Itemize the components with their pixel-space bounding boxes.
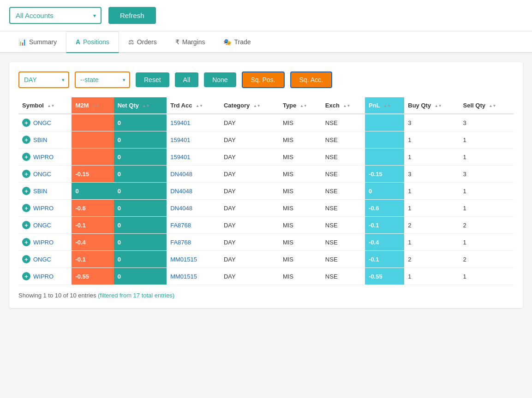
tab-summary[interactable]: 📊 Summary (9, 31, 66, 53)
plus-icon[interactable]: + (22, 170, 30, 178)
tab-trade-label: Trade (234, 38, 251, 46)
cell-sellqty: 1 (460, 131, 514, 149)
cell-exch: NSE (322, 183, 365, 200)
col-sellqty: Sell Qty ▲▼ (460, 97, 514, 114)
cell-symbol: +ONGC (18, 251, 72, 268)
plus-icon[interactable]: + (22, 221, 30, 229)
cell-symbol: +ONGC (18, 217, 72, 234)
cell-symbol: +ONGC (18, 114, 72, 131)
controls-bar: DAY ▾ DAY --state ▾ --state Reset All No… (18, 71, 514, 88)
tabs-bar: 📊 Summary A Positions ⚖ Orders ₹ Margins… (0, 31, 532, 53)
cell-buyqty: 3 (404, 114, 459, 131)
none-button[interactable]: None (204, 72, 236, 87)
table-row: +ONGC0159401DAYMISNSE33 (18, 114, 514, 131)
sort-icon-type[interactable]: ▲▼ (300, 104, 307, 108)
sort-icon-exch[interactable]: ▲▼ (343, 104, 351, 108)
symbol-text[interactable]: SBIN (33, 137, 47, 143)
cell-m2m: 0 (72, 183, 114, 200)
sort-icon-buyqty[interactable]: ▲▼ (435, 104, 442, 108)
cell-netqty: 0 (114, 268, 167, 285)
col-category: Category ▲▼ (220, 97, 279, 114)
cell-type: MIS (279, 131, 322, 149)
plus-icon[interactable]: + (22, 187, 30, 195)
cell-type: MIS (279, 114, 322, 131)
sort-icon-trdacc[interactable]: ▲▼ (196, 104, 203, 108)
cell-exch: NSE (322, 234, 365, 251)
cell-symbol: +SBIN (18, 131, 72, 149)
plus-icon[interactable]: + (22, 272, 30, 280)
tab-positions[interactable]: A Positions (66, 31, 119, 53)
reset-button[interactable]: Reset (136, 72, 169, 87)
cell-netqty: 0 (114, 114, 167, 131)
symbol-text[interactable]: ONGC (33, 171, 51, 178)
sort-icon-m2m[interactable]: ▲▼ (92, 104, 100, 108)
plus-icon[interactable]: + (22, 255, 30, 263)
cell-buyqty: 3 (404, 166, 459, 183)
col-netqty: Net Qty ▲▼ (114, 97, 167, 114)
account-select-wrapper[interactable]: All Accounts ▾ All Accounts (9, 7, 102, 24)
plus-icon[interactable]: + (22, 204, 30, 212)
symbol-text[interactable]: WIPRO (33, 239, 54, 246)
cell-category: DAY (220, 166, 279, 183)
cell-netqty: 0 (114, 217, 167, 234)
cell-buyqty: 1 (404, 234, 459, 251)
positions-table: Symbol ▲▼ M2M ▲▼ Net Qty ▲▼ Trd Acc ▲▼ C (18, 97, 514, 285)
state-select-wrapper[interactable]: --state ▾ --state (75, 71, 130, 88)
symbol-text[interactable]: ONGC (33, 119, 51, 126)
sort-icon-sellqty[interactable]: ▲▼ (489, 104, 496, 108)
sq-pos-button[interactable]: Sq. Pos. (242, 71, 285, 88)
plus-icon[interactable]: + (22, 153, 30, 161)
col-exch: Exch ▲▼ (322, 97, 365, 114)
cell-symbol: +WIPRO (18, 200, 72, 217)
cell-netqty: 0 (114, 166, 167, 183)
cell-m2m (72, 114, 114, 131)
symbol-text[interactable]: ONGC (33, 256, 51, 263)
symbol-text[interactable]: ONGC (33, 222, 51, 229)
all-button[interactable]: All (175, 72, 199, 87)
cell-sellqty: 1 (460, 149, 514, 166)
sort-icon-symbol[interactable]: ▲▼ (48, 104, 55, 108)
symbol-text[interactable]: WIPRO (33, 273, 54, 280)
cell-buyqty: 1 (404, 131, 459, 149)
symbol-text[interactable]: WIPRO (33, 205, 54, 212)
cell-trdacc: FA8768 (167, 217, 220, 234)
tab-trade[interactable]: 🎭 Trade (214, 31, 260, 53)
symbol-text[interactable]: SBIN (33, 188, 47, 195)
table-row: +ONGC-0.150DN4048DAYMISNSE-0.1533 (18, 166, 514, 183)
cell-pnl: -0.55 (365, 268, 404, 285)
cell-category: DAY (220, 234, 279, 251)
cell-category: DAY (220, 149, 279, 166)
cell-m2m: -0.55 (72, 268, 114, 285)
cell-netqty: 0 (114, 251, 167, 268)
cell-exch: NSE (322, 131, 365, 149)
tab-margins[interactable]: ₹ Margins (166, 31, 215, 53)
refresh-button[interactable]: Refresh (108, 7, 156, 24)
symbol-text[interactable]: WIPRO (33, 154, 54, 160)
table-row: +SBIN0159401DAYMISNSE11 (18, 131, 514, 149)
cell-pnl: -0.1 (365, 251, 404, 268)
plus-icon[interactable]: + (22, 238, 30, 246)
cell-category: DAY (220, 251, 279, 268)
cell-sellqty: 1 (460, 234, 514, 251)
plus-icon[interactable]: + (22, 136, 30, 144)
sort-icon-pnl[interactable]: ▲▼ (383, 104, 391, 108)
cell-type: MIS (279, 166, 322, 183)
positions-icon: A (76, 38, 80, 46)
sort-icon-netqty[interactable]: ▲▼ (143, 104, 150, 108)
table-footer: Showing 1 to 10 of 10 entries (filtered … (18, 292, 514, 299)
cell-sellqty: 1 (460, 200, 514, 217)
sq-acc-button[interactable]: Sq. Acc. (290, 71, 332, 88)
plus-icon[interactable]: + (22, 119, 30, 127)
col-pnl: PnL ▲▼ (365, 97, 404, 114)
cell-pnl (365, 114, 404, 131)
cell-netqty: 0 (114, 234, 167, 251)
cell-trdacc: MM01515 (167, 251, 220, 268)
day-select-wrapper[interactable]: DAY ▾ DAY (18, 71, 69, 88)
cell-symbol: +SBIN (18, 183, 72, 200)
sort-icon-category[interactable]: ▲▼ (253, 104, 261, 108)
cell-type: MIS (279, 217, 322, 234)
tab-orders[interactable]: ⚖ Orders (119, 31, 166, 53)
cell-type: MIS (279, 149, 322, 166)
cell-buyqty: 2 (404, 251, 459, 268)
cell-exch: NSE (322, 251, 365, 268)
